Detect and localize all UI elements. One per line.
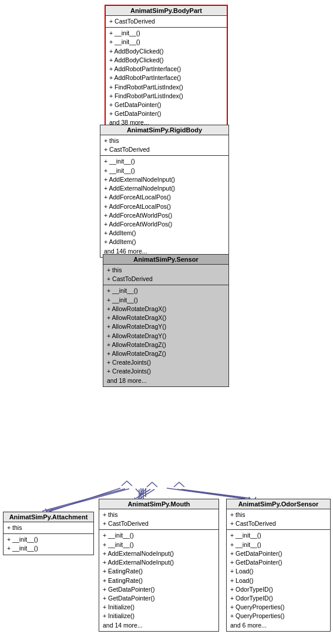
svg-line-13 bbox=[177, 489, 245, 498]
sensor-section-1: + this + CastToDerived bbox=[103, 265, 228, 285]
mouth-box: AnimatSimPy.Mouth + this + CastToDerived… bbox=[99, 499, 219, 632]
sensor-section-2: + __init__() + __init__() + AllowRotateD… bbox=[103, 285, 228, 386]
sensor-box: AnimatSimPy.Sensor + this + CastToDerive… bbox=[103, 254, 229, 387]
odorsensor-title: AnimatSimPy.OdorSensor bbox=[227, 499, 330, 509]
mouth-section-1: + this + CastToDerived bbox=[99, 509, 218, 530]
bodypart-section-1: + CastToDerived bbox=[106, 16, 227, 28]
svg-line-12 bbox=[140, 489, 154, 498]
mouth-title: AnimatSimPy.Mouth bbox=[99, 499, 218, 509]
odorsensor-section-1: + this + CastToDerived bbox=[227, 509, 330, 530]
attachment-section-1: + this bbox=[4, 522, 93, 534]
bodypart-title: AnimatSimPy.BodyPart bbox=[106, 6, 227, 16]
sensor-title: AnimatSimPy.Sensor bbox=[103, 255, 228, 265]
rigidbody-box: AnimatSimPy.RigidBody + this + CastToDer… bbox=[100, 125, 229, 258]
attachment-box: AnimatSimPy.Attachment + this + __init__… bbox=[3, 512, 94, 555]
odorsensor-section-2: + __init__() + __init__() + GetDataPoint… bbox=[227, 530, 330, 630]
svg-line-8 bbox=[138, 488, 143, 500]
diagram-container: AnimatSimPy.BodyPart + CastToDerived + _… bbox=[0, 0, 333, 644]
svg-line-11 bbox=[136, 489, 150, 498]
attachment-title: AnimatSimPy.Attachment bbox=[4, 512, 93, 522]
bodypart-section-2: + __init__() + __init__() + AddBodyClick… bbox=[106, 28, 227, 128]
svg-line-9 bbox=[167, 488, 253, 500]
odorsensor-box: AnimatSimPy.OdorSensor + this + CastToDe… bbox=[226, 499, 331, 632]
mouth-section-2: + __init__() + __init__() + AddExternalN… bbox=[99, 530, 218, 630]
bodypart-box: AnimatSimPy.BodyPart + CastToDerived + _… bbox=[105, 5, 228, 130]
attachment-section-2: + __init__() + __init__() bbox=[4, 534, 93, 554]
svg-line-14 bbox=[181, 489, 250, 498]
rigidbody-section-2: + __init__() + __init__() + AddExternalN… bbox=[100, 156, 228, 256]
rigidbody-title: AnimatSimPy.RigidBody bbox=[100, 125, 228, 135]
rigidbody-section-1: + this + CastToDerived bbox=[100, 135, 228, 156]
